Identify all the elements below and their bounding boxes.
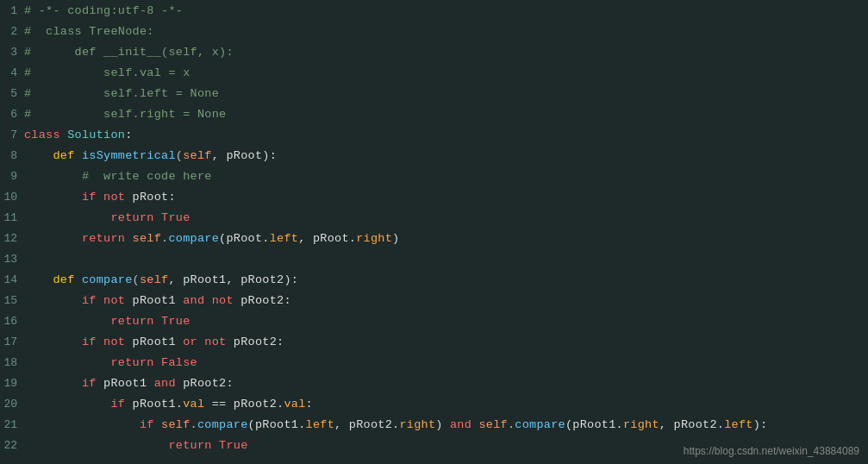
- token: val: [284, 398, 305, 411]
- line-content: def compare(self, pRoot1, pRoot2):: [24, 273, 298, 286]
- token: return: [110, 315, 161, 328]
- code-line: 6# self.right = None: [0, 103, 868, 124]
- line-number: 2: [0, 25, 24, 38]
- token: [24, 149, 53, 162]
- line-number: 17: [0, 335, 24, 348]
- token: pRoot1: [103, 377, 154, 390]
- token: , pRoot2.: [334, 418, 399, 431]
- code-line: 12 return self.compare(pRoot.left, pRoot…: [0, 228, 868, 248]
- token: # write code here: [82, 170, 212, 183]
- token: compare: [515, 418, 565, 431]
- token: ): [392, 232, 399, 245]
- token: [24, 253, 53, 266]
- token: [24, 377, 82, 390]
- token: [24, 273, 53, 286]
- code-line: 18 return False: [0, 352, 868, 373]
- token: and: [154, 377, 184, 390]
- code-line: 19 if pRoot1 and pRoot2:: [0, 373, 868, 393]
- line-content: [24, 253, 53, 266]
- line-content: # self.left = None: [24, 87, 219, 100]
- line-content: # def __init__(self, x):: [24, 46, 234, 59]
- token: not: [103, 294, 133, 307]
- token: # -*- coding:utf-8 -*-: [24, 4, 183, 17]
- token: pRoot2:: [183, 377, 234, 390]
- line-content: # self.right = None: [24, 108, 226, 121]
- line-content: return True: [24, 439, 248, 452]
- token: self: [140, 273, 169, 286]
- line-number: 6: [0, 108, 24, 121]
- line-number: 5: [0, 87, 24, 100]
- line-number: 10: [0, 191, 24, 204]
- token: and: [183, 294, 212, 307]
- code-line: 2# class TreeNode:: [0, 21, 868, 41]
- line-content: # write code here: [24, 170, 212, 183]
- code-line: 17 if not pRoot1 or not pRoot2:: [0, 331, 868, 352]
- line-content: # self.val = x: [24, 66, 190, 79]
- line-content: # class TreeNode:: [24, 25, 154, 38]
- token: # def __init__(self, x):: [24, 46, 234, 59]
- token: (: [133, 273, 140, 286]
- token: (: [176, 149, 183, 162]
- code-line: 16 return True: [0, 310, 868, 331]
- token: # self.left = None: [24, 87, 219, 100]
- token: or: [183, 335, 204, 348]
- token: compare: [82, 273, 133, 286]
- token: [24, 439, 168, 452]
- token: , pRoot2.: [659, 418, 724, 431]
- token: pRoot2:: [240, 294, 291, 307]
- token: if: [82, 191, 103, 204]
- code-line: 13: [0, 248, 868, 269]
- code-line: 15 if not pRoot1 and not pRoot2:: [0, 290, 868, 310]
- token: self: [183, 149, 212, 162]
- line-number: 20: [0, 398, 24, 411]
- token: not: [103, 335, 133, 348]
- token: if: [82, 335, 103, 348]
- token: [24, 356, 110, 369]
- token: ): [435, 418, 442, 431]
- token: isSymmetrical: [82, 149, 176, 162]
- line-number: 8: [0, 149, 24, 162]
- line-number: 9: [0, 170, 24, 183]
- token: [24, 418, 140, 431]
- line-content: def isSymmetrical(self, pRoot):: [24, 149, 277, 162]
- line-number: 15: [0, 294, 24, 307]
- token: def: [53, 273, 83, 286]
- token: def: [53, 149, 83, 162]
- code-editor: 1# -*- coding:utf-8 -*-2# class TreeNode…: [0, 0, 868, 464]
- token: :: [125, 129, 132, 141]
- token: if: [82, 377, 103, 390]
- token: == pRoot2.: [204, 398, 284, 411]
- line-number: 7: [0, 129, 24, 141]
- line-number: 3: [0, 46, 24, 59]
- token: [24, 335, 82, 348]
- token: # self.val = x: [24, 66, 190, 79]
- code-line: 3# def __init__(self, x):: [0, 41, 868, 62]
- line-content: if not pRoot1 and not pRoot2:: [24, 294, 291, 307]
- line-content: return False: [24, 356, 197, 369]
- line-number: 13: [0, 253, 24, 266]
- code-line: 14 def compare(self, pRoot1, pRoot2):: [0, 269, 868, 290]
- token: pRoot2:: [234, 335, 284, 348]
- token: pRoot1: [133, 335, 184, 348]
- token: (pRoot.: [219, 232, 270, 245]
- line-content: return True: [24, 211, 190, 224]
- token: pRoot:: [133, 191, 176, 204]
- token: Solution: [67, 129, 125, 141]
- code-line: 11 return True: [0, 207, 868, 228]
- token: return: [110, 356, 161, 369]
- line-number: 22: [0, 439, 24, 452]
- token: class: [24, 129, 67, 141]
- code-line: 1# -*- coding:utf-8 -*-: [0, 0, 868, 21]
- watermark: https://blog.csdn.net/weixin_43884089: [684, 445, 859, 457]
- token: True: [161, 211, 190, 224]
- line-content: return self.compare(pRoot.left, pRoot.ri…: [24, 232, 399, 245]
- token: not: [212, 294, 241, 307]
- code-line: 9 # write code here: [0, 166, 868, 186]
- line-content: if pRoot1 and pRoot2:: [24, 377, 234, 390]
- line-content: if pRoot1.val == pRoot2.val:: [24, 398, 313, 411]
- token: if: [140, 418, 161, 431]
- line-content: return True: [24, 315, 190, 328]
- token: return: [82, 232, 133, 245]
- token: True: [219, 439, 248, 452]
- token: not: [103, 191, 133, 204]
